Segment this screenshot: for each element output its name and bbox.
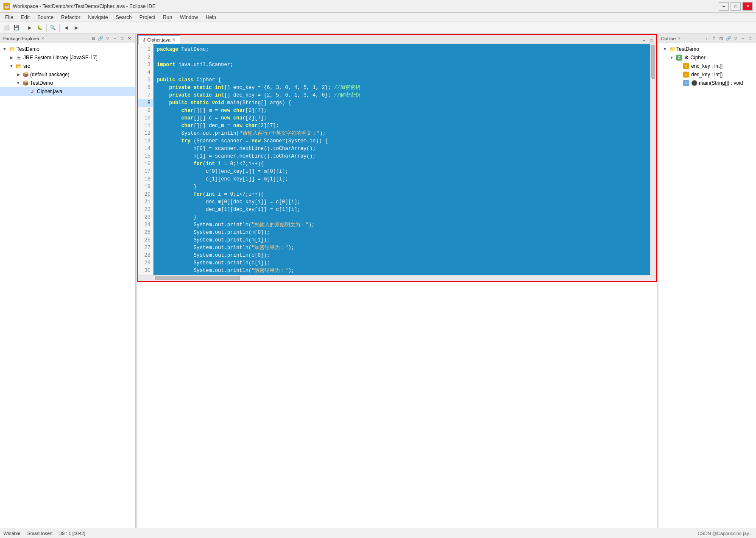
line-numbers: 1 2 3 4 5 6 7 8 9 10 11 12 13 14 15 16 1 bbox=[138, 44, 153, 275]
menu-edit[interactable]: Edit bbox=[17, 14, 33, 21]
expand-icon-testdemo-pkg: ▼ bbox=[15, 80, 21, 86]
code-line-21: dec_m[0][dec_key[i]] = c[0][i]; bbox=[157, 198, 647, 206]
code-line-20: for(int i = 0;i<7;i++){ bbox=[157, 191, 647, 198]
menu-run[interactable]: Run bbox=[159, 14, 176, 21]
editor-scrollbar-vertical[interactable] bbox=[650, 44, 656, 275]
minimize-button[interactable]: − bbox=[719, 2, 729, 11]
outline-view-menu-button[interactable]: ▽ bbox=[732, 35, 739, 42]
outline-label-dec-key: dec_key : int[] bbox=[691, 72, 723, 78]
code-line-13: try (Scanner scanner = new Scanner(Syste… bbox=[157, 137, 647, 145]
bottom-area bbox=[137, 282, 657, 528]
status-insert-mode: Smart Insert bbox=[27, 531, 53, 536]
tree-item-jre[interactable]: ▶ ☕ JRE System Library [JavaSE-17] bbox=[0, 53, 135, 62]
menu-search[interactable]: Search bbox=[112, 14, 135, 21]
outline-hide-methods-button[interactable]: m bbox=[718, 35, 725, 42]
code-line-4 bbox=[157, 69, 647, 76]
package-explorer-close-x: ✕ bbox=[41, 36, 45, 41]
code-line-7: private static int[] dec_key = {2, 5, 6,… bbox=[157, 92, 647, 99]
toolbar-forward[interactable]: ▶ bbox=[72, 23, 81, 33]
menu-project[interactable]: Project bbox=[136, 14, 159, 21]
code-line-2 bbox=[157, 53, 647, 61]
line-num-2: 2 bbox=[138, 53, 153, 61]
line-num-28: 28 bbox=[138, 252, 153, 259]
line-num-14: 14 bbox=[138, 145, 153, 153]
h-scrollbar-thumb[interactable] bbox=[155, 276, 240, 280]
code-editor[interactable]: package TestDemo; import java.util.Scann… bbox=[153, 44, 650, 275]
tree-item-testdemo-project[interactable]: ▼ 📁 TestDemo bbox=[0, 45, 135, 53]
line-num-5: 5 bbox=[138, 76, 153, 84]
line-num-8: 8 bbox=[138, 99, 153, 107]
window-title: Workspace - TestDemo/src/TestDemo/Cipher… bbox=[13, 3, 156, 9]
outline-item-cipher[interactable]: ▼ C ⚙ Cipher bbox=[660, 53, 754, 62]
line-num-19: 19 bbox=[138, 183, 153, 191]
tree-item-src[interactable]: ▼ 📂 src bbox=[0, 62, 135, 70]
outline-item-main[interactable]: m ⚫ main(String[]) : void bbox=[660, 79, 754, 87]
menu-bar: File Edit Source Refactor Navigate Searc… bbox=[0, 13, 756, 22]
outline-tree: ▼ 📁 TestDemo ▼ C ⚙ Cipher f enc_key : in… bbox=[658, 43, 756, 89]
code-line-11: char[][] dec_m = new char[2][7]; bbox=[157, 122, 647, 130]
menu-window[interactable]: Window bbox=[176, 14, 201, 21]
line-num-7: 7 bbox=[138, 92, 153, 99]
collapse-all-button[interactable]: ⊟ bbox=[90, 35, 97, 42]
line-num-6: 6 bbox=[138, 84, 153, 92]
outline-title: Outline bbox=[661, 36, 676, 41]
line-num-4: 4 bbox=[138, 69, 153, 76]
outline-link-editor-button[interactable]: 🔗 bbox=[725, 35, 732, 42]
tree-item-testdemo-package[interactable]: ▼ 📦 TestDemo bbox=[0, 79, 135, 87]
code-line-14: m[0] = scanner.nextLine().toCharArray(); bbox=[157, 145, 647, 153]
toolbar-back[interactable]: ◀ bbox=[61, 23, 71, 33]
code-line-6: private static int[] enc_key = {6, 3, 0,… bbox=[157, 84, 647, 92]
editor-maximize-button[interactable]: □ bbox=[648, 37, 655, 44]
menu-file[interactable]: File bbox=[2, 14, 17, 21]
editor-minimize-button[interactable]: − bbox=[641, 37, 647, 44]
line-num-24: 24 bbox=[138, 221, 153, 229]
outline-minimize-button[interactable]: − bbox=[739, 35, 746, 42]
tree-item-default-package[interactable]: ▶ 📦 (default package) bbox=[0, 70, 135, 79]
code-line-5: public class Cipher { bbox=[157, 76, 647, 84]
outline-header-buttons: ↕ f m 🔗 ▽ − □ bbox=[703, 35, 753, 42]
tree-label-cipher-java: Cipher.java bbox=[37, 89, 62, 94]
toolbar-separator-1 bbox=[23, 24, 23, 32]
outline-hide-fields-button[interactable]: f bbox=[711, 35, 717, 42]
link-editor-button[interactable]: 🔗 bbox=[97, 35, 104, 42]
toolbar-save[interactable]: 💾 bbox=[12, 23, 21, 33]
tree-item-cipher-java[interactable]: J Cipher.java bbox=[0, 87, 135, 96]
minimize-panel-button[interactable]: − bbox=[112, 35, 118, 42]
code-line-26: System.out.println(m[1]); bbox=[157, 236, 647, 244]
code-line-8: public static void main(String[] args) { bbox=[157, 99, 647, 107]
outline-sort-button[interactable]: ↕ bbox=[703, 35, 710, 42]
tree-label-jre: JRE System Library [JavaSE-17] bbox=[23, 55, 98, 61]
menu-source[interactable]: Source bbox=[34, 14, 57, 21]
menu-navigate[interactable]: Navigate bbox=[84, 14, 111, 21]
title-bar-left: ☕ Workspace - TestDemo/src/TestDemo/Ciph… bbox=[3, 3, 156, 10]
tab-cipher-java[interactable]: J Cipher.java ✕ bbox=[138, 35, 180, 44]
editor-scrollbar-horizontal[interactable] bbox=[138, 275, 656, 281]
scrollbar-thumb[interactable] bbox=[651, 45, 655, 79]
panel-header-left: Package Explorer ✕ bbox=[3, 36, 45, 41]
toolbar-debug[interactable]: 🐛 bbox=[35, 23, 45, 33]
maximize-panel-button[interactable]: □ bbox=[119, 35, 126, 42]
tree-label-default-package: (default package) bbox=[30, 72, 70, 78]
view-menu-button[interactable]: ▽ bbox=[104, 35, 111, 42]
toolbar-search[interactable]: 🔍 bbox=[48, 23, 58, 33]
outline-class-icon: C bbox=[676, 55, 682, 61]
close-panel-button[interactable]: ✕ bbox=[126, 35, 133, 42]
menu-refactor[interactable]: Refactor bbox=[58, 14, 84, 21]
line-num-30: 30 bbox=[138, 267, 153, 275]
toolbar-new[interactable]: ⬜ bbox=[2, 23, 11, 33]
outline-item-testdemo[interactable]: ▼ 📁 TestDemo bbox=[660, 45, 754, 53]
main-layout: Package Explorer ✕ ⊟ 🔗 ▽ − □ ✕ ▼ 📁 TestD… bbox=[0, 34, 756, 528]
tab-close-icon[interactable]: ✕ bbox=[172, 37, 176, 42]
close-button[interactable]: ✕ bbox=[742, 2, 753, 11]
code-line-15: m[1] = scanner.nextLine().toCharArray(); bbox=[157, 153, 647, 160]
outline-label-enc-key: enc_key : int[] bbox=[691, 63, 723, 69]
maximize-button[interactable]: □ bbox=[731, 2, 741, 11]
outline-item-dec-key[interactable]: f dec_key : int[] bbox=[660, 70, 754, 79]
code-line-22: dec_m[1][dec_key[i]] = c[1][i]; bbox=[157, 206, 647, 214]
outline-item-enc-key[interactable]: f enc_key : int[] bbox=[660, 62, 754, 70]
outline-maximize-button[interactable]: □ bbox=[747, 35, 753, 42]
editor-content: 1 2 3 4 5 6 7 8 9 10 11 12 13 14 15 16 1 bbox=[138, 44, 656, 275]
toolbar-run[interactable]: ▶ bbox=[25, 23, 34, 33]
default-package-icon: 📦 bbox=[22, 71, 29, 78]
menu-help[interactable]: Help bbox=[202, 14, 220, 21]
